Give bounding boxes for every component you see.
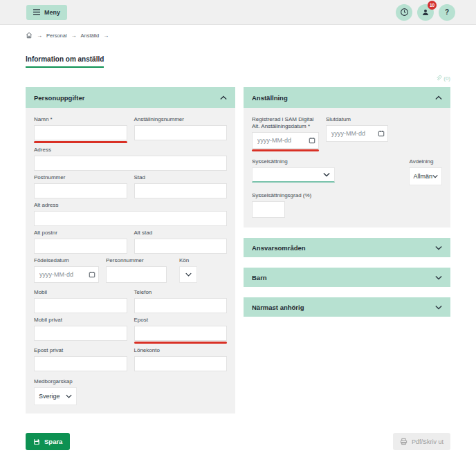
employment-card-header[interactable]: Anställning: [244, 87, 450, 108]
personnummer-input[interactable]: [106, 266, 167, 283]
postnummer-input[interactable]: [34, 183, 127, 198]
accordion-label: Barn: [252, 274, 267, 281]
field-label: Stad: [134, 174, 228, 181]
accordion-barn[interactable]: Barn: [244, 268, 450, 287]
sysselsattning-select[interactable]: [252, 167, 335, 183]
slutdatum-input[interactable]: [326, 125, 388, 142]
topbar-actions: 10 ?: [396, 4, 455, 21]
employment-card-title: Anställning: [252, 94, 288, 102]
epost-privat-input[interactable]: [34, 356, 127, 371]
stad-input[interactable]: [134, 183, 228, 198]
question-mark-icon: ?: [445, 8, 449, 16]
chevron-down-icon: [435, 275, 442, 280]
arrow-icon: →: [37, 32, 42, 39]
clock-icon: [400, 8, 409, 17]
field-label: Personnummer: [106, 257, 167, 264]
alt-stad-input[interactable]: [134, 239, 228, 254]
telefon-input[interactable]: [134, 298, 228, 313]
history-button[interactable]: [396, 4, 412, 21]
field-label: Mobil privat: [34, 317, 127, 324]
employment-card: Anställning Registrerad i SAM Digital Al…: [244, 87, 450, 228]
help-button[interactable]: ?: [439, 4, 455, 21]
field-label: Sysselsättningsgrad (%): [252, 192, 442, 199]
chevron-down-icon: [432, 174, 438, 178]
print-button-label: Pdf/Skriv ut: [412, 438, 443, 445]
field-label: Telefon: [134, 289, 228, 296]
chevron-down-icon: [323, 172, 330, 177]
field-label: Medborgarskap: [34, 378, 227, 385]
chevron-down-icon: [66, 394, 72, 398]
lonekonto-input[interactable]: [134, 356, 228, 371]
field-label: Anställningsnummer: [134, 116, 228, 123]
accordion-label: Närmast anhörig: [252, 304, 304, 311]
field-label: Epost privat: [34, 347, 127, 354]
anstallningsnummer-input[interactable]: [134, 125, 228, 140]
menu-button-label: Meny: [44, 9, 60, 16]
chevron-up-icon: [435, 95, 442, 100]
field-label: Registrerad i SAM Digital: [252, 116, 319, 123]
save-button[interactable]: Spara: [26, 433, 70, 450]
breadcrumb-anstalld[interactable]: Anställd: [81, 32, 100, 39]
breadcrumb-personal[interactable]: Personal: [46, 32, 67, 39]
chevron-down-icon: [185, 272, 192, 277]
alt-adress-input[interactable]: [34, 211, 227, 226]
namn-input[interactable]: [34, 125, 127, 140]
page-title: Information om anställd: [26, 55, 104, 68]
field-label: Sysselsättning: [252, 158, 335, 165]
medborgarskap-value: Sverige: [39, 393, 60, 400]
field-label: Alt. Anställningsdatum *: [252, 123, 319, 130]
field-label: Avdelning: [409, 158, 442, 165]
epost-input[interactable]: [134, 326, 228, 341]
personal-card-title: Personuppgifter: [34, 94, 84, 102]
field-label: Adress: [34, 147, 227, 154]
notification-badge: 10: [428, 1, 437, 10]
avdelning-select[interactable]: Allmän: [409, 167, 442, 185]
field-label: Födelsedatum: [34, 257, 99, 264]
arrow-icon: →: [71, 32, 77, 39]
mobil-input[interactable]: [34, 298, 127, 313]
accordion-ansvarsomraden[interactable]: Ansvarsområden: [244, 238, 450, 257]
fodelsedatum-input[interactable]: [34, 266, 99, 283]
topbar: Meny 10 ?: [0, 0, 476, 25]
user-button[interactable]: 10: [417, 4, 434, 21]
arrow-icon: →: [103, 32, 109, 39]
chevron-up-icon: [220, 95, 227, 100]
field-label: Alt adress: [34, 202, 227, 209]
medborgarskap-select[interactable]: Sverige: [34, 387, 77, 405]
save-icon: [33, 438, 40, 445]
page-content: → Personal → Anställd → Information om a…: [0, 32, 476, 450]
chevron-down-icon: [435, 305, 442, 310]
attachments-link[interactable]: (0): [435, 75, 450, 82]
accordion-label: Ansvarsområden: [252, 244, 306, 252]
breadcrumb: → Personal → Anställd →: [26, 32, 450, 39]
adress-input[interactable]: [34, 156, 227, 171]
alt-postnr-input[interactable]: [34, 239, 127, 254]
field-label: Namn *: [34, 116, 127, 123]
required-underline: [34, 141, 127, 143]
personal-card: Personuppgifter Namn * Anställningsnum: [26, 87, 235, 414]
anstallningsdatum-input[interactable]: [252, 132, 319, 149]
field-label: Lönekonto: [134, 347, 228, 354]
menu-button[interactable]: Meny: [26, 5, 67, 20]
save-button-label: Spara: [44, 438, 62, 445]
print-button[interactable]: Pdf/Skriv ut: [393, 433, 450, 450]
sysselsattningsgrad-input[interactable]: [252, 201, 285, 218]
avdelning-value: Allmän: [413, 173, 432, 180]
personal-card-header[interactable]: Personuppgifter: [26, 87, 235, 108]
person-icon: [421, 8, 430, 17]
mobil-privat-input[interactable]: [34, 326, 127, 341]
field-label: Epost: [134, 317, 228, 324]
field-label: Alt postnr: [34, 230, 127, 236]
field-label: Postnummer: [34, 174, 127, 181]
field-label: Alt stad: [134, 230, 228, 236]
field-label: Slutdatum: [326, 116, 388, 123]
field-label: Mobil: [34, 289, 127, 296]
paperclip-icon: [435, 75, 442, 82]
accordion-narmast-anhorig[interactable]: Närmast anhörig: [244, 297, 450, 317]
chevron-down-icon: [435, 245, 442, 250]
required-underline: [252, 149, 319, 151]
field-label: Kön: [179, 257, 197, 264]
home-icon[interactable]: [26, 32, 33, 39]
required-underline: [134, 342, 228, 344]
kon-select[interactable]: [179, 266, 197, 283]
